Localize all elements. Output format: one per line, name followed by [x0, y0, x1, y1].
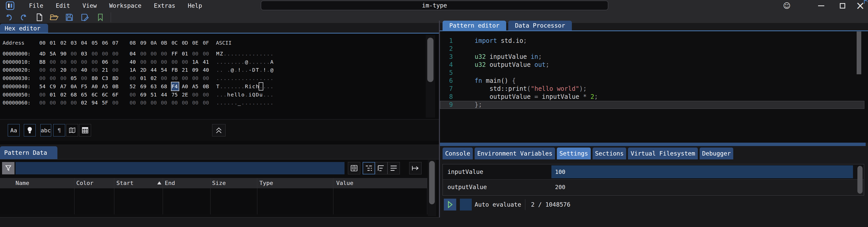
ascii-cell[interactable]: .	[270, 99, 274, 106]
ascii-cell[interactable]: c	[252, 83, 255, 90]
feedback-smiley-icon[interactable]: ☺	[778, 0, 795, 11]
code-line-9[interactable]: 9};	[440, 101, 864, 109]
hex-byte-cell[interactable]: 63	[151, 82, 158, 90]
ascii-cell[interactable]: .	[234, 50, 238, 57]
column-header-value[interactable]: Value	[336, 178, 353, 188]
code-line-1[interactable]: 1import std.io;	[440, 37, 864, 45]
hex-byte-cell[interactable]: 2E	[182, 90, 189, 99]
hex-byte-cell[interactable]: 00	[161, 74, 168, 82]
hex-byte-cell[interactable]: 00	[112, 58, 120, 66]
bulb-icon-button[interactable]	[24, 124, 36, 137]
ascii-cell[interactable]: .	[267, 75, 270, 82]
ascii-cell[interactable]: .	[223, 58, 227, 66]
tab-pattern-data[interactable]: Pattern Data	[0, 146, 57, 159]
map-icon-button[interactable]	[66, 124, 78, 137]
hex-byte-cell[interactable]: 4D	[39, 49, 46, 58]
hex-byte-cell[interactable]: 6C	[102, 90, 109, 99]
ascii-cell[interactable]: .	[238, 58, 241, 66]
ascii-cell[interactable]: .	[234, 75, 238, 82]
hex-byte-cell[interactable]: 00	[92, 58, 99, 66]
hex-byte-cell[interactable]: 69	[140, 90, 148, 99]
hex-byte-cell[interactable]: 00	[203, 99, 210, 107]
pattern-filter-input[interactable]	[16, 162, 344, 175]
ascii-cell[interactable]: .	[248, 99, 252, 106]
settings-scrollbar-thumb[interactable]	[858, 166, 863, 194]
column-header-size[interactable]: Size	[212, 178, 226, 188]
hex-byte-cell[interactable]: 00	[102, 49, 109, 58]
code-line-7[interactable]: 7 std::print("hello world");	[440, 85, 864, 93]
hex-byte-cell[interactable]: 00	[161, 99, 168, 107]
save-button[interactable]	[64, 12, 75, 22]
ascii-cell[interactable]: .	[220, 75, 223, 82]
tree-view-button[interactable]	[363, 162, 375, 175]
hex-byte-cell[interactable]: 80	[92, 74, 99, 82]
editor-horizontal-scrollbar[interactable]	[440, 143, 866, 146]
save-as-button[interactable]	[79, 12, 91, 22]
hex-byte-cell[interactable]: 90	[60, 49, 67, 58]
code-line-3[interactable]: 3u32 inputValue in;	[440, 53, 864, 61]
hex-byte-cell[interactable]: 00	[50, 66, 57, 74]
ascii-cell[interactable]: .	[241, 66, 245, 74]
hex-byte-cell[interactable]: 00	[130, 74, 137, 82]
column-header-name[interactable]: Name	[16, 178, 29, 188]
hex-byte-cell[interactable]: 5F	[102, 99, 109, 107]
menu-item-help[interactable]: Help	[182, 0, 208, 11]
hex-byte-cell[interactable]: 00	[50, 99, 57, 107]
hex-byte-cell[interactable]: 00	[92, 49, 99, 58]
ascii-cell[interactable]: .	[263, 58, 267, 66]
ascii-cell[interactable]: .	[230, 75, 234, 82]
pattern-data-scrollbar-track[interactable]	[428, 160, 436, 216]
hex-byte-cell[interactable]: 65	[81, 90, 88, 99]
tab-hex-editor[interactable]: Hex editor	[0, 24, 48, 33]
hex-byte-cell[interactable]: 00	[81, 58, 88, 66]
ascii-cell[interactable]: .	[270, 91, 274, 98]
pattern-data-scrollbar-thumb[interactable]	[429, 161, 435, 204]
ascii-cell[interactable]: .	[255, 99, 259, 106]
hex-byte-cell[interactable]: 00	[192, 49, 199, 58]
ascii-cell[interactable]: .	[234, 83, 238, 90]
tab-settings[interactable]: Settings	[557, 148, 591, 159]
ascii-cell[interactable]: !	[238, 66, 241, 74]
hex-byte-cell[interactable]: 00	[71, 58, 78, 66]
hex-byte-cell[interactable]: 44	[151, 66, 158, 74]
ascii-cell[interactable]: i	[248, 91, 252, 98]
hex-byte-cell[interactable]: 00	[203, 74, 210, 82]
hex-byte-cell[interactable]: 00	[172, 74, 179, 82]
ascii-cell[interactable]: @	[245, 58, 248, 66]
hex-byte-cell[interactable]: 02	[60, 90, 67, 99]
maximize-button[interactable]	[833, 0, 851, 11]
ascii-cell[interactable]: h	[227, 91, 230, 98]
editor-scrollbar-thumb[interactable]	[857, 32, 861, 74]
ascii-cell[interactable]: .	[267, 99, 270, 106]
hex-byte-cell[interactable]: 00	[151, 58, 158, 66]
undo-button[interactable]	[3, 12, 14, 22]
ascii-cell[interactable]: .	[267, 58, 270, 66]
hex-scrollbar-thumb[interactable]	[427, 38, 433, 82]
hex-byte-cell[interactable]: 00	[50, 58, 57, 66]
hex-byte-cell[interactable]: 68	[161, 82, 168, 90]
ascii-cell[interactable]: .	[252, 99, 255, 106]
hex-byte-cell[interactable]: 00	[182, 74, 189, 82]
hex-byte-cell[interactable]: 54	[39, 82, 46, 90]
ascii-cell[interactable]: .	[230, 58, 234, 66]
menu-item-workspace[interactable]: Workspace	[103, 0, 148, 11]
new-file-button[interactable]	[34, 12, 45, 22]
ascii-cell[interactable]: T	[216, 83, 220, 90]
hex-byte-cell[interactable]: 51	[151, 90, 158, 99]
tab-environment-variables[interactable]: Environment Variables	[475, 148, 555, 159]
ascii-cell[interactable]: .	[227, 75, 230, 82]
hex-byte-cell[interactable]: 01	[182, 49, 189, 58]
hex-byte-cell[interactable]: 00	[71, 66, 78, 74]
hex-byte-cell[interactable]: 02	[81, 99, 88, 107]
ascii-cell[interactable]: .	[255, 50, 259, 57]
hex-byte-cell[interactable]: 00	[140, 49, 148, 58]
hex-byte-cell[interactable]: 40	[203, 66, 210, 74]
ascii-cell[interactable]: .	[223, 91, 227, 98]
ascii-cell[interactable]: o	[241, 91, 245, 98]
hex-byte-cell[interactable]: 94	[92, 99, 99, 107]
menu-item-extras[interactable]: Extras	[148, 0, 182, 11]
auto-evaluate-checkbox[interactable]	[460, 199, 472, 211]
hex-byte-cell[interactable]: 00	[112, 66, 120, 74]
ascii-cell[interactable]: .	[230, 99, 234, 106]
pattern-editor-code-area[interactable]: 1import std.io;23u32 inputValue in;4u32 …	[440, 31, 868, 143]
